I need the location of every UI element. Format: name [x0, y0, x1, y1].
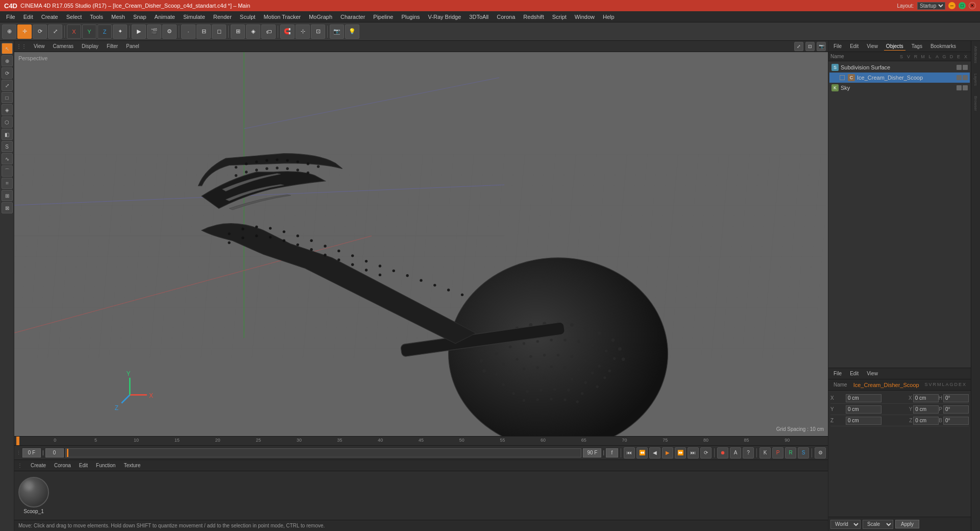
- menu-select[interactable]: Select: [62, 13, 86, 21]
- apply-button[interactable]: Apply: [895, 520, 919, 528]
- y-axis-btn[interactable]: Y: [82, 25, 96, 39]
- workplane-btn[interactable]: ⊡: [311, 25, 325, 39]
- rotate-button[interactable]: ⟳: [33, 25, 47, 39]
- spline-btn[interactable]: ⌒: [2, 165, 13, 177]
- om-tab-view[interactable]: View: [865, 42, 880, 50]
- timeline-settings-btn[interactable]: ⚙: [815, 447, 826, 458]
- om-tab-tags[interactable]: Tags: [910, 42, 924, 50]
- menu-plugins[interactable]: Plugins: [397, 13, 424, 21]
- obj-subdivision-surface[interactable]: S Subdivision Surface: [829, 62, 970, 73]
- mat-tab-function[interactable]: Function: [94, 462, 117, 469]
- attr-tab-view[interactable]: View: [865, 370, 880, 377]
- scale-tool-btn[interactable]: ⤢: [2, 80, 13, 91]
- flag-render-subdiv[interactable]: [963, 65, 968, 70]
- viewport-fit-btn[interactable]: ⊡: [805, 42, 815, 51]
- faces-mode-btn[interactable]: ◻: [212, 25, 226, 39]
- flag-render-sky[interactable]: [963, 85, 968, 90]
- z-axis-btn[interactable]: Z: [97, 25, 112, 39]
- menu-snap[interactable]: Snap: [129, 13, 151, 21]
- go-start-btn[interactable]: ⏮: [624, 447, 635, 458]
- points-mode-btn[interactable]: ·: [181, 25, 195, 39]
- menu-edit[interactable]: Edit: [19, 13, 37, 21]
- record-btn[interactable]: ⏺: [717, 447, 728, 458]
- vp-display-menu[interactable]: Display: [79, 43, 102, 50]
- mat-tab-edit[interactable]: Edit: [77, 462, 90, 469]
- edges-mode-btn[interactable]: ⊟: [197, 25, 211, 39]
- om-tab-bookmarks[interactable]: Bookmarks: [928, 42, 958, 50]
- transform-type-select[interactable]: Scale Move Rotate: [863, 520, 893, 529]
- frame-start-input[interactable]: [45, 448, 64, 457]
- attr-z-sub-input[interactable]: [913, 417, 939, 425]
- step-back-btn[interactable]: ⏪: [636, 447, 648, 458]
- vp-panel-menu[interactable]: Panel: [123, 43, 142, 50]
- material-item[interactable]: Scoop_1: [18, 477, 49, 514]
- menu-create[interactable]: Create: [37, 13, 62, 21]
- mat-tab-create[interactable]: Create: [29, 462, 48, 469]
- menu-script[interactable]: Script: [548, 13, 571, 21]
- frame-rate-input[interactable]: [606, 448, 618, 457]
- step-fwd-btn[interactable]: ⏩: [675, 447, 686, 458]
- menu-file[interactable]: File: [2, 13, 19, 21]
- new-obj-button[interactable]: ⊕: [2, 25, 16, 39]
- attr-p-input[interactable]: [943, 405, 969, 414]
- light-btn[interactable]: 💡: [345, 25, 359, 39]
- attr-b-input[interactable]: [943, 417, 969, 425]
- scale-button[interactable]: ⤢: [48, 25, 62, 39]
- attr-y-sub-input[interactable]: [913, 405, 939, 414]
- viewport-camera-btn[interactable]: 📷: [817, 42, 826, 51]
- grid-display-btn[interactable]: ⊞: [2, 190, 13, 201]
- om-tab-objects[interactable]: Objects: [884, 42, 905, 51]
- menu-simulate[interactable]: Simulate: [179, 13, 209, 21]
- vp-view-menu[interactable]: View: [31, 43, 48, 50]
- menu-sculpt[interactable]: Sculpt: [236, 13, 260, 21]
- viewport-expand-btn[interactable]: ⤢: [794, 42, 803, 51]
- key-rot-btn[interactable]: R: [785, 447, 796, 458]
- flag-render-scoop[interactable]: [963, 75, 968, 80]
- expand-arrow[interactable]: [840, 75, 845, 80]
- flag-vis-scoop[interactable]: [957, 75, 962, 80]
- obj-ice-cream-scoop[interactable]: C Ice_Cream_Disher_Scoop: [829, 73, 970, 83]
- vp-filter-menu[interactable]: Filter: [104, 43, 121, 50]
- render-btn[interactable]: 🎬: [147, 25, 161, 39]
- auto-key-btn[interactable]: A: [730, 447, 741, 458]
- menu-redshift[interactable]: Redshift: [519, 13, 548, 21]
- mesh-display-btn[interactable]: ⬡: [2, 116, 13, 128]
- flag-vis-sky[interactable]: [957, 85, 962, 90]
- menu-corona[interactable]: Corona: [493, 13, 519, 21]
- current-frame-input[interactable]: [22, 448, 41, 457]
- paint-btn[interactable]: ◧: [2, 129, 13, 140]
- frame-slider[interactable]: [65, 448, 582, 457]
- texture-mode-btn[interactable]: ⊞: [231, 25, 245, 39]
- attr-tab-edit[interactable]: Edit: [848, 370, 861, 377]
- camera-btn[interactable]: 📷: [330, 25, 344, 39]
- om-tab-edit[interactable]: Edit: [848, 42, 861, 50]
- attr-y-pos-input[interactable]: [846, 405, 881, 414]
- menu-mograph[interactable]: MoGraph: [305, 13, 336, 21]
- menu-3dtoall[interactable]: 3DToAll: [465, 13, 493, 21]
- snap-btn[interactable]: 🧲: [280, 25, 295, 39]
- coord-system-select[interactable]: World Local Object: [830, 520, 861, 529]
- attr-h-input[interactable]: [943, 394, 969, 402]
- menu-vray[interactable]: V-Ray Bridge: [424, 13, 465, 21]
- go-end-btn[interactable]: ⏭: [688, 447, 699, 458]
- sculpt-btn[interactable]: S: [2, 141, 13, 152]
- obj-sky[interactable]: K Sky: [829, 83, 970, 93]
- axis-tool-btn[interactable]: ◈: [2, 104, 13, 115]
- menu-character[interactable]: Character: [336, 13, 369, 21]
- flag-vis-subdiv[interactable]: [957, 65, 962, 70]
- material-preview-ball[interactable]: [18, 477, 49, 508]
- menu-tools[interactable]: Tools: [86, 13, 107, 21]
- render-settings-btn[interactable]: ⚙: [162, 25, 177, 39]
- play-back-btn[interactable]: ◀: [649, 447, 660, 458]
- menu-help[interactable]: Help: [599, 13, 619, 21]
- mat-tab-texture[interactable]: Texture: [121, 462, 142, 469]
- delete-btn[interactable]: ⊠: [2, 202, 13, 213]
- menu-motion-tracker[interactable]: Motion Tracker: [259, 13, 305, 21]
- layers-tab-vertical[interactable]: Layers: [973, 74, 978, 86]
- close-button[interactable]: ✕: [969, 2, 976, 9]
- move-tool-btn[interactable]: ↖: [2, 43, 13, 54]
- attr-x-pos-input[interactable]: [846, 394, 881, 402]
- smooth-btn[interactable]: ∿: [2, 153, 13, 164]
- all-axis-btn[interactable]: ✦: [113, 25, 127, 39]
- key-scl-btn[interactable]: S: [798, 447, 809, 458]
